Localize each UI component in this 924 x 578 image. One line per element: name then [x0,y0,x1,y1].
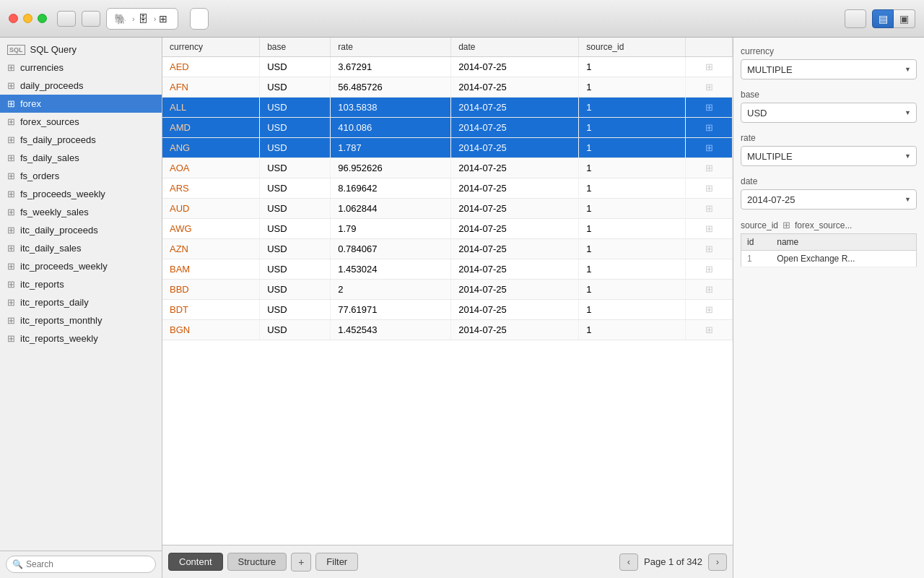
cell-rate: 0.784067 [331,239,451,259]
table-row[interactable]: AEDUSD3.672912014-07-251⊞ [162,57,733,77]
cell-currency: ALL [162,98,260,118]
sidebar-item-forex[interactable]: ⊞forex [0,95,162,113]
cell-source_id: 1 [579,199,686,219]
cell-source_id: 1 [579,320,686,340]
cell-rate: 1.453024 [331,259,451,280]
sidebar-item-fs_proceeds_weekly[interactable]: ⊞fs_proceeds_weekly [0,185,162,203]
sidebar-item-itc_reports[interactable]: ⊞itc_reports [0,275,162,293]
filter-button[interactable]: Filter [315,553,358,571]
sidebar-item-label-7: fs_orders [20,171,59,181]
sidebar-item-SQL Query[interactable]: SQLSQL Query [0,40,162,59]
connection-status [190,8,209,30]
cell-grid-icon[interactable]: ⊞ [686,239,733,259]
sidebar-item-forex_sources[interactable]: ⊞forex_sources [0,113,162,131]
sidebar-item-fs_daily_sales[interactable]: ⊞fs_daily_sales [0,149,162,167]
sidebar-item-itc_reports_monthly[interactable]: ⊞itc_reports_monthly [0,311,162,329]
sidebar-item-itc_proceeds_weekly[interactable]: ⊞itc_proceeds_weekly [0,257,162,275]
sidebar-item-itc_reports_weekly[interactable]: ⊞itc_reports_weekly [0,329,162,348]
breadcrumb-reporting[interactable]: 🐘 [114,13,129,25]
table-row[interactable]: BGNUSD1.4525432014-07-251⊞ [162,320,733,340]
cell-grid-icon[interactable]: ⊞ [686,219,733,239]
table-row[interactable]: BAMUSD1.4530242014-07-251⊞ [162,259,733,280]
sidebar-item-label-14: itc_reports_daily [20,297,89,308]
sidebar-item-label-8: fs_proceeds_weekly [20,189,105,199]
main-layout: SQLSQL Query⊞currencies⊞daily_proceeds⊞f… [0,38,924,578]
table-wrapper: currencybaseratedatesource_idAEDUSD3.672… [162,38,733,545]
sidebar-item-label-6: fs_daily_sales [20,152,79,163]
cell-grid-icon[interactable]: ⊞ [686,300,733,320]
table-row[interactable]: BBDUSD22014-07-251⊞ [162,280,733,300]
table-row[interactable]: BDTUSD77.619712014-07-251⊞ [162,300,733,320]
rate-select[interactable]: MULTIPLE [741,146,917,166]
sidebar-view-button[interactable]: ▤ [872,9,894,28]
date-select[interactable]: 2014-07-25 [741,189,917,210]
sidebar-item-daily_proceeds[interactable]: ⊞daily_proceeds [0,77,162,95]
currency-select[interactable]: MULTIPLE [741,59,917,79]
cell-source_id: 1 [579,138,686,158]
breadcrumb-table[interactable]: ⊞ [159,13,170,25]
table-row[interactable]: ANGUSD1.7872014-07-251⊞ [162,138,733,158]
sidebar-item-currencies[interactable]: ⊞currencies [0,59,162,77]
cell-grid-icon[interactable]: ⊞ [686,98,733,118]
cell-base: USD [260,77,331,98]
full-view-button[interactable]: ▣ [894,9,915,28]
cell-grid-icon[interactable]: ⊞ [686,199,733,219]
table-row[interactable]: AZNUSD0.7840672014-07-251⊞ [162,239,733,259]
sidebar-item-itc_reports_daily[interactable]: ⊞itc_reports_daily [0,293,162,311]
cell-base: USD [260,158,331,178]
table-icon-1: ⊞ [7,62,15,73]
cell-currency: BDT [162,300,260,320]
table-icon-0: SQL [7,45,25,55]
schema-icon: 🗄 [138,13,148,25]
cell-rate: 8.169642 [331,178,451,199]
table-row[interactable]: AMDUSD410.0862014-07-251⊞ [162,118,733,138]
cell-base: USD [260,239,331,259]
sidebar-item-fs_daily_proceeds[interactable]: ⊞fs_daily_proceeds [0,131,162,149]
cell-date: 2014-07-25 [451,300,579,320]
minimize-button[interactable] [23,14,32,23]
refresh-button[interactable] [845,9,866,28]
sidebar-item-fs_orders[interactable]: ⊞fs_orders [0,167,162,185]
breadcrumb-schema[interactable]: 🗄 [138,13,151,25]
prev-page-button[interactable]: ‹ [619,553,638,571]
cell-grid-icon[interactable]: ⊞ [686,138,733,158]
view-toggle: ▤ ▣ [872,9,915,28]
close-button[interactable] [9,14,18,23]
cell-grid-icon[interactable]: ⊞ [686,320,733,340]
structure-tab[interactable]: Structure [227,553,287,571]
cell-grid-icon[interactable]: ⊞ [686,158,733,178]
back-button[interactable] [57,11,76,27]
fk-row[interactable]: 1Open Exchange R... [741,251,917,267]
fk-table-icon: ⊞ [783,220,790,230]
cell-grid-icon[interactable]: ⊞ [686,259,733,280]
cell-grid-icon[interactable]: ⊞ [686,178,733,199]
table-row[interactable]: AWGUSD1.792014-07-251⊞ [162,219,733,239]
maximize-button[interactable] [38,14,47,23]
table-row[interactable]: ALLUSD103.58382014-07-251⊞ [162,98,733,118]
sidebar-item-fs_weekly_sales[interactable]: ⊞fs_weekly_sales [0,203,162,221]
base-filter-label: base [741,90,917,100]
table-row[interactable]: AOAUSD96.9526262014-07-251⊞ [162,158,733,178]
cell-grid-icon[interactable]: ⊞ [686,57,733,77]
table-icon-14: ⊞ [7,297,15,308]
next-page-button[interactable]: › [708,553,727,571]
base-select[interactable]: USD [741,103,917,123]
table-row[interactable]: ARSUSD8.1696422014-07-251⊞ [162,178,733,199]
forward-button[interactable] [82,11,100,27]
sidebar-item-itc_daily_proceeds[interactable]: ⊞itc_daily_proceeds [0,221,162,239]
grid-view-icon: ⊞ [705,142,713,153]
cell-grid-icon[interactable]: ⊞ [686,118,733,138]
cell-base: USD [260,280,331,300]
search-input[interactable] [26,559,149,569]
cell-source_id: 1 [579,239,686,259]
cell-source_id: 1 [579,98,686,118]
add-row-button[interactable]: + [291,553,311,571]
table-row[interactable]: AUDUSD1.0628442014-07-251⊞ [162,199,733,219]
table-row[interactable]: AFNUSD56.4857262014-07-251⊞ [162,77,733,98]
traffic-lights [9,14,47,23]
grid-view-icon: ⊞ [705,324,713,335]
content-tab[interactable]: Content [168,553,223,571]
sidebar-item-itc_daily_sales[interactable]: ⊞itc_daily_sales [0,239,162,257]
cell-grid-icon[interactable]: ⊞ [686,77,733,98]
cell-grid-icon[interactable]: ⊞ [686,280,733,300]
